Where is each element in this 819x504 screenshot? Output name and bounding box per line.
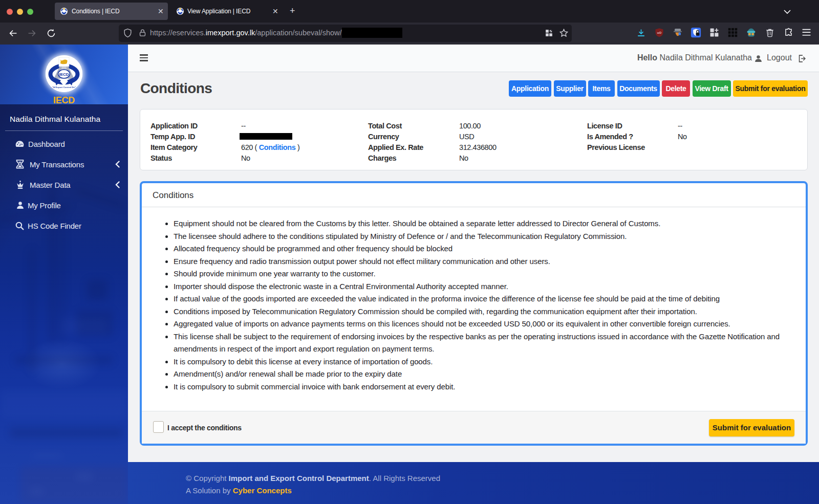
svg-text:"A Export Control De": "A Export Control De" <box>52 86 76 89</box>
svg-text:uO: uO <box>657 31 662 34</box>
svg-text:IECD: IECD <box>59 72 69 77</box>
